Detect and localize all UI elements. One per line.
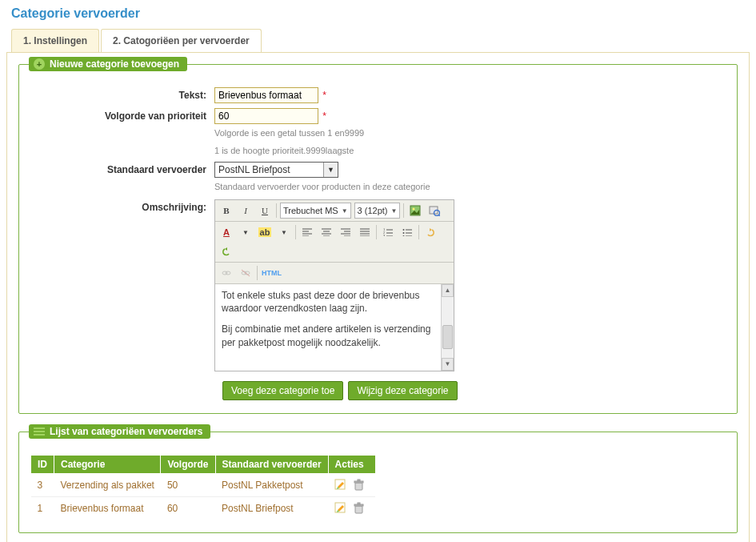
label-tekst: Tekst: xyxy=(30,87,214,101)
cell-categorie[interactable]: Verzending als pakket xyxy=(54,474,161,497)
tabs: 1. Instellingen 2. Catogoriëen per vervo… xyxy=(11,29,750,52)
required-star: * xyxy=(322,110,326,122)
preview-button[interactable] xyxy=(426,203,442,219)
svg-point-27 xyxy=(403,229,405,231)
svg-rect-45 xyxy=(358,503,360,504)
editor-toolbar-row3: HTML xyxy=(215,263,454,284)
chevron-down-icon: ▼ xyxy=(391,207,398,215)
scroll-thumb[interactable] xyxy=(442,325,453,349)
font-size-select[interactable]: 3 (12pt) ▼ xyxy=(354,203,401,219)
text-color-dropdown[interactable]: ▼ xyxy=(238,224,254,240)
rich-text-editor: B I U Trebuchet MS ▼ 3 (12pt) ▼ xyxy=(214,199,454,371)
align-left-button[interactable] xyxy=(299,224,315,240)
italic-button[interactable]: I xyxy=(238,203,254,219)
underline-button[interactable]: U xyxy=(257,203,273,219)
bold-button[interactable]: B xyxy=(218,203,234,219)
input-tekst[interactable] xyxy=(214,87,318,103)
input-volgorde[interactable] xyxy=(214,108,318,124)
ordered-list-button[interactable]: 123 xyxy=(380,224,396,240)
align-center-button[interactable] xyxy=(318,224,334,240)
add-category-button[interactable]: Voeg deze categorie toe xyxy=(222,381,343,400)
svg-line-4 xyxy=(438,215,440,216)
link-button[interactable] xyxy=(218,265,234,281)
list-icon xyxy=(34,428,45,436)
cell-acties xyxy=(328,474,375,497)
unlink-button[interactable] xyxy=(238,265,254,281)
svg-point-1 xyxy=(413,208,415,211)
cell-volgorde: 60 xyxy=(161,497,215,520)
toolbar-separator xyxy=(403,203,404,218)
delete-icon[interactable] xyxy=(353,479,366,492)
group-title-category-list: Lijst van categoriëen vervoerders xyxy=(50,426,202,437)
hint-volgorde-priority: 1 is de hoogte prioriteit.9999laagste xyxy=(214,146,364,155)
toolbar-separator xyxy=(295,225,296,239)
svg-point-34 xyxy=(226,271,230,275)
cell-id: 1 xyxy=(31,497,54,520)
cell-volgorde: 50 xyxy=(161,474,215,497)
chevron-down-icon: ▼ xyxy=(342,207,348,215)
tab-panel: + Nieuwe categorie toevoegen Tekst: * Vo… xyxy=(6,52,750,542)
hint-standaard-vervoerder: Standaard vervoerder voor producten in d… xyxy=(214,182,430,191)
svg-text:3: 3 xyxy=(383,234,386,236)
html-source-button[interactable]: HTML xyxy=(261,265,282,281)
highlight-button[interactable]: ab xyxy=(257,224,273,240)
highlight-dropdown[interactable]: ▼ xyxy=(276,224,292,240)
cell-categorie[interactable]: Brievenbus formaat xyxy=(54,497,161,520)
label-standaard-vervoerder: Standaard vervoerder xyxy=(30,162,214,175)
group-title-new-category: Nieuwe categorie toevoegen xyxy=(50,58,179,70)
align-justify-button[interactable] xyxy=(357,224,373,240)
toolbar-separator xyxy=(376,225,377,239)
align-right-button[interactable] xyxy=(338,224,354,240)
svg-point-31 xyxy=(403,235,405,236)
col-categorie: Categorie xyxy=(54,456,161,474)
col-acties: Acties xyxy=(328,456,375,474)
undo-button[interactable] xyxy=(422,224,438,240)
toolbar-separator xyxy=(276,203,277,218)
cell-id: 3 xyxy=(31,474,54,497)
svg-rect-39 xyxy=(355,483,362,490)
tab-categorieen-per-vervoerder[interactable]: 2. Catogoriëen per vervoerder xyxy=(101,29,262,52)
col-id: ID xyxy=(31,456,54,474)
scroll-down-button[interactable]: ▼ xyxy=(442,358,454,371)
label-volgorde: Volgorde van prioriteit xyxy=(30,108,214,122)
category-table: ID Categorie Volgorde Standaard vervoerd… xyxy=(30,455,376,520)
plus-icon: + xyxy=(34,58,45,70)
label-omschrijving: Omschrijving: xyxy=(30,199,214,213)
editor-scrollbar[interactable]: ▲ ▼ xyxy=(441,284,454,371)
svg-point-29 xyxy=(403,232,405,234)
group-category-list: Lijst van categoriëen vervoerders ID Cat… xyxy=(18,432,738,533)
svg-rect-43 xyxy=(355,506,362,513)
required-star: * xyxy=(322,90,326,101)
edit-icon[interactable] xyxy=(334,479,347,492)
edit-icon[interactable] xyxy=(334,502,347,515)
editor-paragraph-1: Tot enkele stuks past deze door de briev… xyxy=(222,289,441,315)
table-row: 1 Brievenbus formaat 60 PostNL Briefpost xyxy=(31,497,376,520)
font-family-select[interactable]: Trebuchet MS ▼ xyxy=(280,203,351,219)
hint-volgorde-range: Volgorde is een getal tussen 1 en9999 xyxy=(214,128,364,138)
table-row: 3 Verzending als pakket 50 PostNL Pakket… xyxy=(31,474,376,497)
group-header-category-list: Lijst van categoriëen vervoerders xyxy=(29,424,210,439)
scroll-up-button[interactable]: ▲ xyxy=(442,284,454,297)
delete-icon[interactable] xyxy=(353,502,366,515)
tab-instellingen[interactable]: 1. Instellingen xyxy=(11,29,99,52)
editor-toolbar-row1: B I U Trebuchet MS ▼ 3 (12pt) ▼ xyxy=(215,200,454,222)
col-volgorde: Volgorde xyxy=(161,456,215,474)
group-new-category: + Nieuwe categorie toevoegen Tekst: * Vo… xyxy=(18,64,738,414)
cell-standaard[interactable]: PostNL Pakketpost xyxy=(215,474,328,497)
group-header-new-category: + Nieuwe categorie toevoegen xyxy=(29,57,187,71)
editor-paragraph-2: Bij combinatie met andere artikelen is v… xyxy=(222,323,441,348)
unordered-list-button[interactable] xyxy=(399,224,415,240)
scroll-track[interactable] xyxy=(442,297,454,358)
insert-image-button[interactable] xyxy=(407,203,423,219)
font-family-value: Trebuchet MS xyxy=(283,206,338,215)
toolbar-separator xyxy=(418,225,419,239)
select-standaard-vervoerder[interactable]: PostNL Briefpost ▼ xyxy=(214,162,338,178)
font-size-value: 3 (12pt) xyxy=(358,206,388,215)
edit-category-button[interactable]: Wijzig deze categorie xyxy=(348,381,457,400)
cell-standaard[interactable]: PostNL Briefpost xyxy=(215,497,328,520)
editor-content[interactable]: Tot enkele stuks past deze door de briev… xyxy=(215,284,454,371)
cell-acties xyxy=(328,497,375,520)
text-color-button[interactable]: A xyxy=(218,224,234,240)
redo-button[interactable] xyxy=(218,243,234,259)
col-standaard: Standaard vervoerder xyxy=(215,456,328,474)
